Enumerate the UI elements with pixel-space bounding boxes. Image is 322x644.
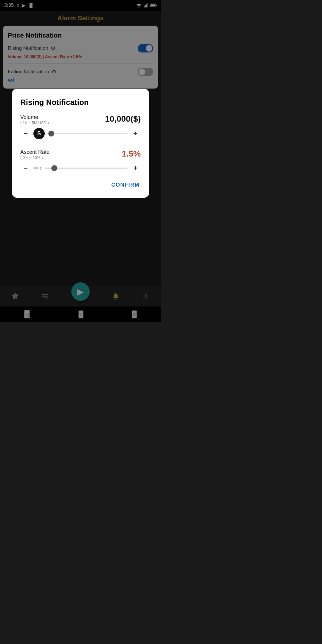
volume-dollar-icon: $ bbox=[33, 128, 45, 139]
ascent-rate-range: ( 0% ~ 10% ) bbox=[20, 155, 49, 160]
dialog-title: Rising Notification bbox=[20, 98, 141, 107]
rate-arrow-icon: ↑ bbox=[39, 165, 42, 171]
dialog-actions: CONFIRM bbox=[20, 179, 141, 191]
ascent-rate-label-row: Ascent Rate ( 0% ~ 10% ) 1.5% bbox=[20, 149, 141, 160]
ascent-rate-slider-thumb[interactable] bbox=[51, 165, 57, 171]
volume-section: Volume ( 1K ~ 5M USD ) 10,000($) − $ + bbox=[20, 114, 141, 139]
volume-value: 10,000($) bbox=[105, 114, 141, 124]
ascent-rate-decrease-button[interactable]: − bbox=[20, 163, 31, 174]
ascent-rate-controls: − ↑ + bbox=[20, 163, 141, 174]
confirm-button[interactable]: CONFIRM bbox=[110, 179, 141, 191]
volume-slider-thumb[interactable] bbox=[48, 131, 54, 137]
volume-label-row: Volume ( 1K ~ 5M USD ) 10,000($) bbox=[20, 114, 141, 125]
volume-range: ( 1K ~ 5M USD ) bbox=[20, 120, 49, 125]
ascent-rate-label-left: Ascent Rate ( 0% ~ 10% ) bbox=[20, 149, 49, 160]
volume-increase-button[interactable]: + bbox=[130, 128, 141, 139]
volume-slider-track[interactable] bbox=[47, 133, 128, 134]
ascent-rate-section: Ascent Rate ( 0% ~ 10% ) 1.5% − ↑ + bbox=[20, 149, 141, 174]
dialog: Rising Notification Volume ( 1K ~ 5M USD… bbox=[12, 89, 149, 198]
volume-decrease-button[interactable]: − bbox=[20, 128, 31, 139]
rate-dash bbox=[33, 168, 39, 168]
ascent-rate-slider-track[interactable] bbox=[44, 168, 128, 169]
ascent-rate-value: 1.5% bbox=[122, 149, 141, 159]
dialog-divider bbox=[20, 144, 141, 144]
overlay: Rising Notification Volume ( 1K ~ 5M USD… bbox=[0, 0, 161, 322]
volume-label-left: Volume ( 1K ~ 5M USD ) bbox=[20, 114, 49, 125]
volume-label: Volume bbox=[20, 114, 49, 120]
ascent-rate-icon: ↑ bbox=[33, 165, 42, 171]
ascent-rate-label: Ascent Rate bbox=[20, 149, 49, 155]
volume-controls: − $ + bbox=[20, 128, 141, 139]
ascent-rate-increase-button[interactable]: + bbox=[130, 163, 141, 174]
